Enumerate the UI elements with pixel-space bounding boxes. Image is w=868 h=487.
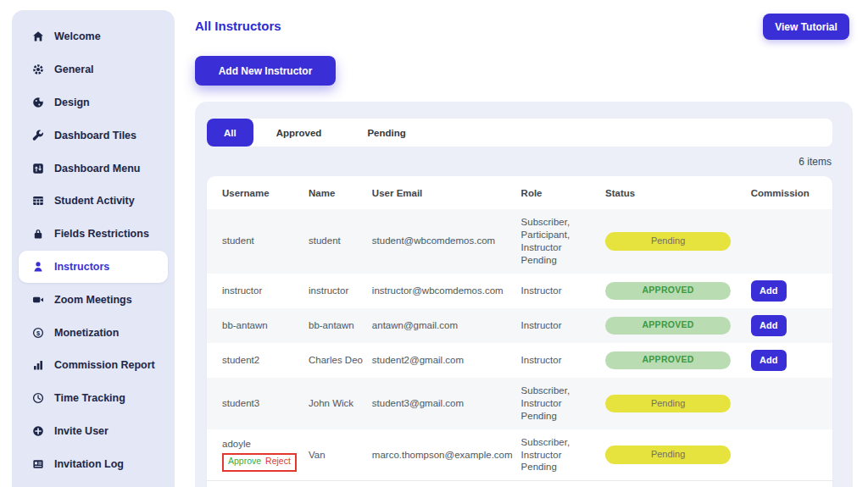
cell-commission <box>751 209 832 274</box>
cell-username: adoyleApproveReject <box>207 429 309 481</box>
sidebar-item-zoom-meetings[interactable]: Zoom Meetings <box>12 283 175 316</box>
instructors-table-card: UsernameNameUser EmailRoleStatusCommissi… <box>207 176 832 487</box>
username-text: student2 <box>222 354 300 367</box>
tab-pending[interactable]: Pending <box>344 119 428 147</box>
add-commission-button[interactable]: Add <box>751 280 787 302</box>
column-header-username: Username <box>207 481 309 487</box>
cell-name: instructor <box>309 274 372 308</box>
sidebar-item-invitation-log[interactable]: Invitation Log <box>12 447 175 480</box>
table-row: student3John Wickstudent3@gmail.comSubsc… <box>207 378 832 429</box>
lock-icon <box>32 228 44 240</box>
tab-approved[interactable]: Approved <box>253 119 345 147</box>
sidebar-item-label: Dashboard Menu <box>54 163 140 174</box>
content-panel: AllApprovedPending 6 items UsernameNameU… <box>195 102 853 487</box>
cell-commission <box>751 429 832 481</box>
sidebar-item-label: General <box>54 64 94 75</box>
add-commission-button[interactable]: Add <box>751 350 787 371</box>
plus-circle-icon <box>32 425 44 437</box>
sidebar-item-invite-user[interactable]: Invite User <box>12 415 175 448</box>
username-text: instructor <box>222 285 300 297</box>
cell-commission: Add <box>751 343 832 378</box>
sidebar-item-fields-restrictions[interactable]: Fields Restrictions <box>12 218 175 251</box>
cell-status: APPROVED <box>600 343 751 378</box>
sidebar-item-label: Monetization <box>54 327 119 339</box>
table-row: bb-antawnbb-antawnantawn@gmail.comInstru… <box>207 308 832 343</box>
column-header-username: Username <box>207 176 309 209</box>
add-commission-button[interactable]: Add <box>751 315 787 336</box>
cell-user-email: marco.thompson@example.com <box>372 429 521 481</box>
column-header-role: Role <box>521 176 601 209</box>
cell-username: bb-antawn <box>207 308 309 343</box>
invitation-log-icon <box>32 458 44 470</box>
cell-role: Instructor <box>521 308 601 343</box>
gear-icon <box>32 64 44 75</box>
palette-icon <box>32 97 44 108</box>
column-header-user-email: User Email <box>372 481 521 487</box>
items-count: 6 items <box>798 156 832 168</box>
cell-name: Charles Deo <box>309 343 372 378</box>
status-filter-tabs: AllApprovedPending <box>207 119 832 147</box>
cell-status: APPROVED <box>600 308 751 343</box>
sidebar-item-dashboard-tiles[interactable]: Dashboard Tiles <box>12 119 175 152</box>
cell-commission: Add <box>751 274 832 308</box>
cell-username: student3 <box>207 378 309 429</box>
status-badge: APPROVED <box>605 317 731 335</box>
cell-user-email: antawn@gmail.com <box>372 308 521 343</box>
cell-name: student <box>309 209 372 274</box>
column-header-role: Role <box>521 481 601 487</box>
cell-name: Van <box>309 429 372 481</box>
sidebar-item-welcome[interactable]: Welcome <box>12 20 175 53</box>
sidebar-item-time-tracking[interactable]: Time Tracking <box>12 382 175 415</box>
status-badge: APPROVED <box>605 282 731 300</box>
instructors-table: UsernameNameUser EmailRoleStatusCommissi… <box>207 176 832 487</box>
page-title: All Instructors <box>195 19 281 33</box>
column-header-name: Name <box>309 481 372 487</box>
add-new-instructor-button[interactable]: Add New Instructor <box>195 56 336 86</box>
reject-link[interactable]: Reject <box>265 456 291 466</box>
cell-user-email: student@wbcomdemos.com <box>372 209 521 274</box>
app-window: WelcomeGeneralDesignDashboard TilesDashb… <box>0 0 868 487</box>
cell-user-email: instructor@wbcomdemos.com <box>372 274 521 308</box>
sidebar-item-label: Fields Restrictions <box>54 228 149 240</box>
sidebar-item-dashboard-menu[interactable]: Dashboard Menu <box>12 152 175 185</box>
cell-role: Subscriber, Instructor Pending <box>521 378 601 429</box>
table-footer-row: UsernameNameUser EmailRoleStatusCommissi… <box>207 481 832 487</box>
column-header-commission: Commission <box>751 176 832 209</box>
cell-username: student2 <box>207 343 309 378</box>
username-text: student3 <box>222 397 300 410</box>
table-row: studentstudentstudent@wbcomdemos.comSubs… <box>207 209 832 274</box>
cell-username: student <box>207 209 309 274</box>
cell-commission <box>751 378 832 429</box>
cell-name: bb-antawn <box>309 308 372 343</box>
cell-status: APPROVED <box>600 274 751 308</box>
sidebar-item-student-activity[interactable]: Student Activity <box>12 185 175 218</box>
table-row: adoyleApproveRejectVanmarco.thompson@exa… <box>207 429 832 481</box>
sidebar-item-instructors[interactable]: Instructors <box>19 251 168 284</box>
cell-commission: Add <box>751 308 832 343</box>
username-text: bb-antawn <box>222 319 300 332</box>
sidebar-item-monetization[interactable]: $Monetization <box>12 316 175 349</box>
cell-status: Pending <box>600 378 751 429</box>
approve-link[interactable]: Approve <box>228 456 261 466</box>
cell-user-email: student3@gmail.com <box>372 378 521 429</box>
username-text: adoyle <box>222 438 300 451</box>
sidebar-item-commission-report[interactable]: Commission Report <box>12 349 175 382</box>
sidebar-item-design[interactable]: Design <box>12 86 175 119</box>
cell-role: Instructor <box>521 274 601 308</box>
cell-role: Subscriber, Participant, Instructor Pend… <box>521 209 601 274</box>
cell-status: Pending <box>600 209 751 274</box>
view-tutorial-button[interactable]: View Tutorial <box>763 14 849 40</box>
sidebar-item-label: Design <box>54 97 90 108</box>
sidebar-item-label: Student Activity <box>54 195 135 207</box>
column-header-status: Status <box>600 176 751 209</box>
sidebar-item-general[interactable]: General <box>12 53 175 86</box>
table-row: instructorinstructorinstructor@wbcomdemo… <box>207 274 832 308</box>
cell-role: Subscriber, Instructor Pending <box>521 429 601 481</box>
dollar-circle-icon: $ <box>32 327 44 339</box>
cell-username: instructor <box>207 274 309 308</box>
table-row: student2Charles Deostudent2@gmail.comIns… <box>207 343 832 378</box>
tab-all[interactable]: All <box>207 119 253 147</box>
sidebar-item-label: Invite User <box>54 425 108 437</box>
user-icon <box>32 261 44 273</box>
column-header-commission: Commission <box>751 481 832 487</box>
